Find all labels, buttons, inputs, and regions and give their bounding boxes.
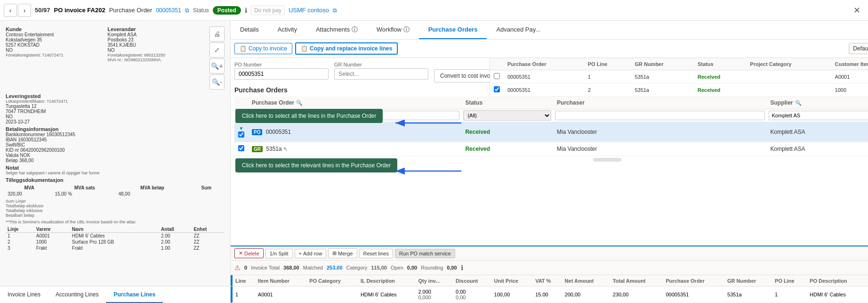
row-total-amount: 230,00 — [610, 287, 663, 303]
po-table: Purchase Order 🔍 Status Purchaser Suppli… — [234, 97, 868, 156]
add-row-button[interactable]: + Add row — [295, 249, 327, 258]
row-po-category — [306, 287, 358, 303]
mva-rate: 15,00 % — [53, 191, 116, 197]
purchaser-filter-input[interactable] — [555, 111, 764, 120]
nav-arrows: ‹ › — [4, 4, 31, 17]
nav-next-button[interactable]: › — [18, 4, 31, 17]
tab-invoice-lines[interactable]: Invoice Lines — [0, 287, 48, 303]
supplier-filter-input[interactable] — [769, 111, 868, 120]
kunde-label: Kunde — [6, 26, 64, 32]
row-vat: 15.00 — [532, 287, 562, 303]
gr-number-input[interactable] — [334, 68, 428, 80]
col-gr-number: GR Number — [631, 58, 694, 70]
content-area: PO Number GR Number Convert to cost invo… — [231, 58, 868, 246]
lev-sted1: Lokasjonidentifikator: 714072471 — [6, 99, 225, 104]
line-row-3: 3 Frakt Frakt 1.00 ZZ — [6, 245, 225, 251]
row-qty-inv: 2.000 0,000 — [415, 287, 453, 303]
status-info-icon[interactable]: ℹ — [461, 264, 463, 271]
po-number-label: PO Number — [234, 62, 329, 67]
print-button[interactable]: 🖨 — [209, 26, 225, 41]
totalbelop-ekskl: Totalbeløp eksklusiv — [6, 204, 225, 208]
col-gr-number-data: GR Number — [724, 275, 772, 287]
zoom-in-button[interactable]: 🔍+ — [209, 58, 225, 74]
row-net-amount: 200,00 — [562, 287, 610, 303]
close-button[interactable]: ✕ — [849, 3, 864, 18]
status-filter-select[interactable]: (All) — [463, 110, 551, 121]
open-label: Open — [391, 265, 403, 270]
split-button[interactable]: 1/n Split — [265, 249, 293, 258]
info-icon[interactable]: ℹ — [245, 7, 247, 14]
supplier-search-icon[interactable]: 🔍 — [795, 100, 802, 106]
col-unit-price: Unit Price — [491, 275, 533, 287]
usmf-link[interactable]: USMF contoso — [289, 7, 329, 14]
copy-replace-label: Copy and replace invoice lines — [310, 45, 392, 52]
tab-advanced-pay[interactable]: Advanced Pay... — [487, 21, 550, 39]
col-il-description: IL Description — [358, 275, 416, 287]
ext-link-icon2[interactable]: ⧉ — [333, 7, 337, 14]
main-row-2-cb[interactable] — [494, 86, 500, 92]
betaling-label: Betalingsinformasjon — [6, 126, 225, 132]
po-number-link[interactable]: 00005351 — [156, 7, 181, 14]
po-section-title: Purchase Orders — [234, 86, 288, 94]
po-number-input[interactable] — [234, 68, 329, 80]
tab-workflow[interactable]: Workflow ⓘ — [367, 21, 419, 39]
po-row-1-checkbox[interactable] — [238, 131, 244, 138]
page-counter: 50/97 — [35, 7, 50, 14]
bottom-section: ✕ Delete 1/n Split + Add row ⊞ Merge Res… — [231, 246, 868, 303]
tab-accounting-lines[interactable]: Accounting Lines — [48, 287, 106, 303]
lev-addr1: Postboks 23 — [108, 37, 166, 42]
tab-purchase-orders[interactable]: Purchase Orders — [419, 21, 487, 39]
tab-purchase-lines[interactable]: Purchase Lines — [106, 287, 163, 303]
kid-label: KID nr — [6, 147, 19, 153]
col-antall: Antall — [159, 226, 192, 233]
po-label: Purchase Order — [109, 7, 153, 14]
main-po-columns: Purchase Order PO Line GR Number Status … — [490, 58, 868, 97]
nav-prev-button[interactable]: ‹ — [4, 4, 17, 17]
row-line: 1 — [233, 287, 255, 303]
po-row-1[interactable]: ▼ PO 00005351 Received Mia Vanclooster — [234, 122, 868, 142]
warning-icon: ⚠ — [234, 264, 241, 271]
po-row-2-status: Received — [461, 142, 553, 156]
gr-number-field: GR Number — [334, 62, 428, 80]
sum-linjer: Sum Linjer — [6, 199, 225, 204]
mva-table: MVA MVA sats MVA beløp Sum 320,00 15,00 … — [6, 185, 225, 197]
po-row-2-purchaser: Mia Vanclooster — [553, 142, 766, 156]
row-il-description: HDMI 6' Cables — [358, 287, 416, 303]
po-search-icon[interactable]: 🔍 — [296, 100, 303, 106]
zoom-out-button[interactable]: 🔍- — [209, 74, 225, 90]
copy-replace-button[interactable]: 📋 Copy and replace invoice lines — [295, 42, 398, 55]
right-panel: Details Activity Attachments ⓘ Workflow … — [231, 21, 868, 303]
col-customer-item: Customer Item No. — [831, 58, 868, 70]
tillegg-label: Tilleggsdokumentasjon — [6, 177, 225, 183]
tab-activity[interactable]: Activity — [268, 21, 306, 39]
invoice-total-label: Invoice Total — [251, 265, 280, 270]
line-row-1: 1 A0001 HDMI 6' Cables 2.00 ZZ — [6, 233, 225, 239]
po-row-1-purchaser: Mia Vanclooster — [553, 122, 766, 142]
expand-button[interactable]: ⤢ — [209, 42, 225, 57]
run-po-button[interactable]: Run PO match service — [395, 249, 455, 258]
po-table-container: Purchase Orders Purchase Order 🔍 — [231, 86, 868, 167]
tab-attachments[interactable]: Attachments ⓘ — [306, 21, 367, 39]
copy-to-invoice-label: Copy to invoice — [249, 45, 287, 52]
delete-button[interactable]: ✕ Delete — [234, 248, 264, 258]
tab-details[interactable]: Details — [231, 21, 268, 39]
col-item-number: Item Number — [255, 275, 306, 287]
col-purchase-order: Purchase Order — [504, 58, 584, 70]
po-row-2-number: GR 5351a ↖ — [248, 142, 461, 156]
lev-mva: MVA nr.: NO980213250MVA — [108, 57, 166, 62]
col-po-category: PO Category — [306, 275, 358, 287]
po-row-2[interactable]: GR 5351a ↖ Received Mia Vanclooster Komp… — [234, 142, 868, 156]
leveringssted-label: Leveringssted — [6, 93, 225, 99]
copy-to-invoice-button[interactable]: 📋 Copy to invoice — [234, 43, 292, 54]
col-status: Status — [461, 97, 553, 109]
po-row-2-checkbox[interactable] — [238, 145, 244, 151]
merge-button[interactable]: ⊞ Merge — [328, 248, 357, 258]
po-filter-input[interactable] — [250, 111, 459, 120]
main-row-1-cb[interactable] — [494, 73, 500, 79]
ext-link-icon[interactable]: ⧉ — [185, 7, 189, 14]
col-po-line: PO Line — [584, 58, 631, 70]
valuta-val: NOK — [20, 153, 30, 158]
expand-icon-1[interactable]: ▼ — [239, 126, 244, 131]
reset-lines-button[interactable]: Reset lines — [359, 249, 393, 258]
col-discount: Discount — [453, 275, 491, 287]
